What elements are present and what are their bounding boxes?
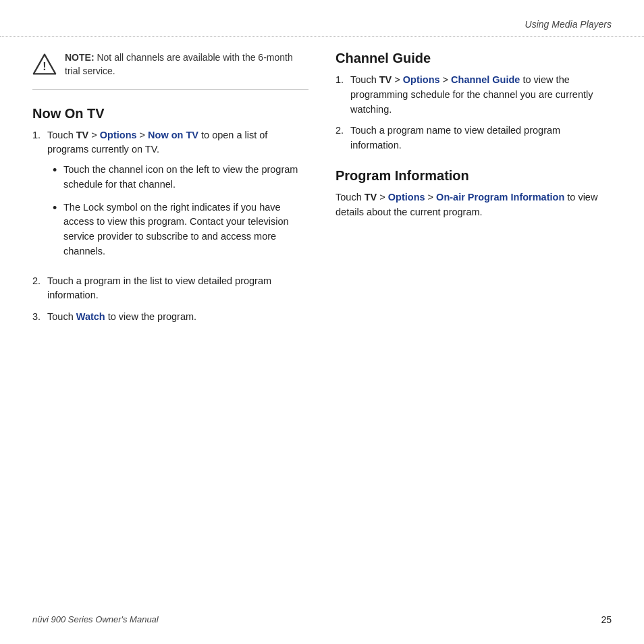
channel-guide-link: Channel Guide (451, 74, 520, 85)
options-link: Options (388, 192, 425, 203)
list-item: • The Lock symbol on the right indicates… (53, 200, 308, 259)
page-header: Using Media Players (0, 0, 644, 37)
svg-text:!: ! (43, 60, 46, 72)
program-info-text: Touch TV > Options > On-air Program Info… (336, 190, 612, 220)
watch-link: Watch (76, 311, 105, 322)
footer-manual: nüvi 900 Series Owner's Manual (32, 614, 159, 625)
list-item: 1. Touch TV > Options > Channel Guide to… (336, 73, 612, 117)
list-item: 2. Touch a program name to view detailed… (336, 124, 612, 153)
program-info-heading: Program Information (336, 168, 612, 184)
page-footer: nüvi 900 Series Owner's Manual 25 (0, 614, 644, 625)
list-item: • Touch the channel icon on the left to … (53, 163, 308, 192)
note-text: NOTE: Not all channels are available wit… (65, 51, 308, 78)
now-on-tv-list: 1. Touch TV > Options > Now on TV to ope… (32, 128, 308, 325)
channel-guide-list: 1. Touch TV > Options > Channel Guide to… (336, 73, 612, 153)
note-body: Not all channels are available with the … (65, 52, 293, 76)
bullet-list: • Touch the channel icon on the left to … (53, 163, 308, 259)
tv-label: TV (379, 74, 392, 85)
on-air-link: On-air Program Information (436, 192, 564, 203)
options-link: Options (403, 74, 440, 85)
options-link: Options (100, 130, 137, 140)
list-item: 2. Touch a program in the list to view d… (32, 274, 308, 304)
note-box: ! NOTE: Not all channels are available w… (32, 51, 308, 90)
page-content: ! NOTE: Not all channels are available w… (0, 37, 644, 331)
channel-guide-heading: Channel Guide (336, 51, 612, 66)
note-label: NOTE: (65, 52, 95, 63)
now-on-tv-link: Now on TV (148, 130, 198, 140)
left-column: ! NOTE: Not all channels are available w… (32, 37, 308, 331)
right-column: Channel Guide 1. Touch TV > Options > Ch… (336, 37, 612, 331)
tv-label: TV (76, 130, 89, 140)
tv-label: TV (365, 192, 377, 203)
list-item: 3. Touch Watch to view the program. (32, 310, 308, 325)
now-on-tv-heading: Now On TV (32, 106, 308, 122)
footer-page: 25 (601, 614, 612, 625)
warning-icon: ! (32, 52, 57, 76)
list-item: 1. Touch TV > Options > Now on TV to ope… (32, 128, 308, 267)
header-title: Using Media Players (525, 19, 612, 30)
